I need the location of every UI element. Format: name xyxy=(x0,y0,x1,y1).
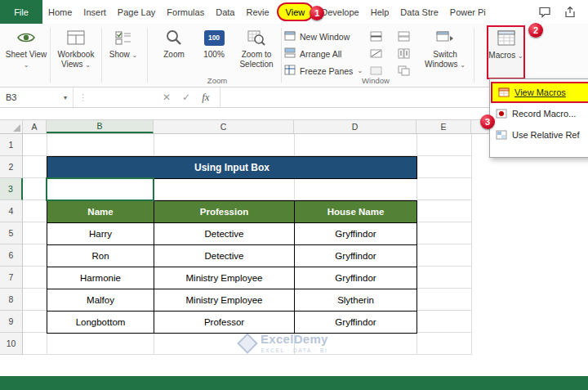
row-header-7[interactable]: 7 xyxy=(0,267,23,289)
table-row: Harry Detective Gryffindor xyxy=(47,223,417,245)
column-header-b[interactable]: B xyxy=(47,120,154,133)
arrange-all-button[interactable]: Arrange All xyxy=(284,46,341,61)
chevron-down-icon: ⌄ xyxy=(460,61,466,69)
hide-window-icon[interactable] xyxy=(369,47,382,59)
zoom-to-selection-button[interactable]: Zoom to Selection xyxy=(234,26,279,77)
comments-icon[interactable] xyxy=(538,6,551,18)
tab-help[interactable]: Help xyxy=(365,0,395,24)
row-header-3[interactable]: 3 xyxy=(0,178,23,200)
zoom-100-label: 100% xyxy=(203,50,225,60)
workbook-views-button[interactable]: Workbook Views ⌄ xyxy=(52,26,100,77)
new-window-button[interactable]: New Window xyxy=(284,29,350,44)
row-header-9[interactable]: 9 xyxy=(0,311,23,333)
macros-button[interactable]: Macros ⌄ xyxy=(487,25,525,79)
chevron-down-icon: ⌄ xyxy=(24,61,29,69)
cell[interactable]: Gryffindor xyxy=(295,312,417,334)
insert-function-icon[interactable]: fx xyxy=(202,91,209,104)
cell[interactable]: Ministry Employee xyxy=(154,267,295,289)
column-header-d[interactable]: D xyxy=(294,120,416,133)
chevron-down-icon: ⌄ xyxy=(132,52,138,59)
cell[interactable]: Detective xyxy=(154,245,295,267)
dropdown-arrow-icon[interactable]: ▾ xyxy=(64,94,67,101)
cell[interactable]: Gryffindor xyxy=(295,245,417,267)
show-checkboxes-icon xyxy=(114,28,132,47)
row-header-8[interactable]: 8 xyxy=(0,289,23,311)
sheet-view-text: Sheet View xyxy=(6,50,47,59)
row-header-10[interactable]: 10 xyxy=(0,333,23,355)
table-header-name[interactable]: Name xyxy=(47,201,154,223)
table-header-house-name[interactable]: House Name xyxy=(295,201,417,223)
row-header-4[interactable]: 4 xyxy=(0,200,23,222)
tab-data-streamer[interactable]: Data Stre xyxy=(394,0,443,24)
cell[interactable]: Slytherin xyxy=(295,289,417,312)
chevron-down-icon: ⌄ xyxy=(518,52,523,60)
tab-insert[interactable]: Insert xyxy=(78,0,112,24)
zoom-100-icon-text: 100 xyxy=(204,30,225,46)
select-all-corner[interactable] xyxy=(0,120,23,133)
table-row: Longbottom Professor Gryffindor xyxy=(47,312,417,334)
zoom-to-selection-label: Zoom to Selection xyxy=(234,50,279,69)
tab-power-pivot[interactable]: Power Pi xyxy=(444,0,492,24)
share-icon[interactable] xyxy=(564,6,577,18)
cell[interactable]: Ron xyxy=(47,245,154,267)
zoom-100-button[interactable]: 100 100% xyxy=(196,26,232,77)
table-row: Harmonie Ministry Employee Gryffindor xyxy=(47,267,417,289)
column-header-e[interactable]: E xyxy=(416,120,471,133)
cell[interactable]: Harry xyxy=(47,223,154,245)
row-header-6[interactable]: 6 xyxy=(0,244,23,267)
tab-data[interactable]: Data xyxy=(210,0,240,24)
chevron-down-icon: ⌄ xyxy=(85,61,91,69)
table-header-profession[interactable]: Profession xyxy=(154,201,295,223)
cell[interactable]: Longbottom xyxy=(47,312,154,334)
view-side-by-side-icon[interactable] xyxy=(397,30,410,42)
tab-home[interactable]: Home xyxy=(42,0,78,24)
tab-formulas[interactable]: Formulas xyxy=(161,0,210,24)
switch-windows-button[interactable]: Switch Windows ⌄ xyxy=(423,26,467,77)
exceldemy-watermark: ExcelDemy EXCEL · DATA · BI xyxy=(240,332,328,353)
unhide-window-icon[interactable] xyxy=(369,65,382,76)
watermark-tagline: EXCEL · DATA · BI xyxy=(261,347,328,353)
freeze-panes-icon xyxy=(284,65,296,77)
sheet-view-button[interactable]: Sheet View ⌄ xyxy=(5,26,47,77)
zoom-button[interactable]: Zoom xyxy=(155,26,193,77)
tab-review[interactable]: Revie xyxy=(240,0,274,24)
cancel-icon[interactable]: ✕ xyxy=(163,92,171,103)
macros-dropdown-menu: View Macros Record Macro... Use Relative… xyxy=(489,78,588,158)
show-button[interactable]: Show ⌄ xyxy=(105,26,142,77)
record-macro-icon xyxy=(495,109,507,119)
active-cell[interactable] xyxy=(46,177,154,201)
cell[interactable]: Harmonie xyxy=(47,267,154,289)
tab-file[interactable]: File xyxy=(0,0,42,24)
name-box[interactable]: B3 ▾ xyxy=(0,87,74,107)
synchronous-scrolling-icon[interactable] xyxy=(397,47,410,59)
tab-page-layout[interactable]: Page Lay xyxy=(112,0,161,24)
cell[interactable]: Professor xyxy=(154,312,295,334)
reset-window-position-icon[interactable] xyxy=(397,65,410,76)
table-title-banner[interactable]: Using Input Box xyxy=(47,156,417,179)
cell[interactable]: Detective xyxy=(154,223,295,245)
row-header-2[interactable]: 2 xyxy=(0,156,23,178)
cell[interactable]: Malfoy xyxy=(47,289,154,312)
cell[interactable]: Ministry Employee xyxy=(154,289,295,312)
group-separator xyxy=(101,28,102,83)
tab-view[interactable]: View 1 xyxy=(277,2,314,21)
group-separator xyxy=(147,28,148,83)
column-header-c[interactable]: C xyxy=(154,120,294,133)
menu-item-record-macro[interactable]: Record Macro... xyxy=(490,103,588,124)
menu-item-use-relative-references[interactable]: Use Relative Ref xyxy=(490,124,588,146)
row-header-5[interactable]: 5 xyxy=(0,222,23,244)
view-macros-label: View Macros xyxy=(514,87,566,97)
menu-item-view-macros[interactable]: View Macros xyxy=(491,82,588,103)
exceldemy-logo-icon xyxy=(237,333,257,353)
switch-windows-text: Switch Windows xyxy=(425,50,458,69)
cell[interactable]: Gryffindor xyxy=(295,223,417,245)
column-header-a[interactable]: A xyxy=(23,120,47,133)
enter-icon[interactable]: ✓ xyxy=(182,92,190,103)
table-header-row: Name Profession House Name xyxy=(47,201,417,223)
cell[interactable]: Gryffindor xyxy=(295,267,417,289)
row-header-1[interactable]: 1 xyxy=(0,134,23,156)
watermark-text: ExcelDemy EXCEL · DATA · BI xyxy=(261,332,328,353)
workbook-views-icon xyxy=(66,28,86,47)
split-icon[interactable] xyxy=(369,30,382,42)
sheet-view-label: Sheet View ⌄ xyxy=(5,50,47,69)
